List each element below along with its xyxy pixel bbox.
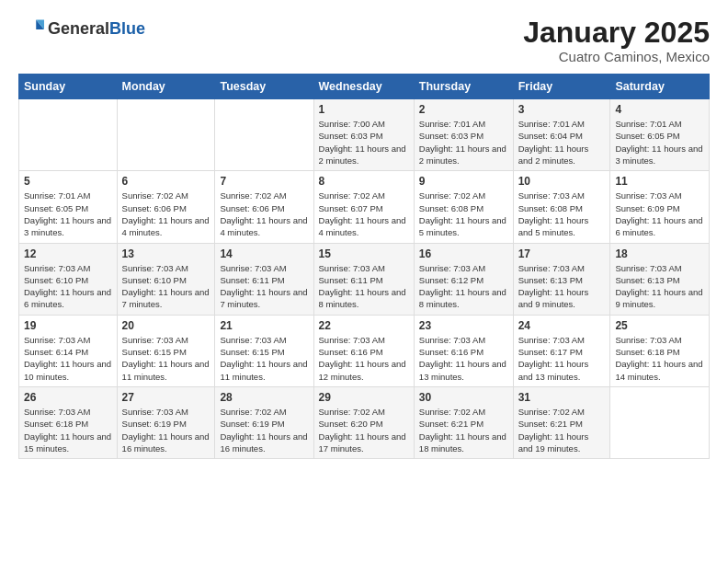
calendar-cell: 26Sunrise: 7:03 AM Sunset: 6:18 PM Dayli… (19, 386, 118, 458)
day-number: 26 (24, 391, 112, 404)
day-number: 13 (122, 247, 210, 260)
calendar-cell: 5Sunrise: 7:01 AM Sunset: 6:05 PM Daylig… (19, 171, 118, 243)
calendar-cell: 10Sunrise: 7:03 AM Sunset: 6:08 PM Dayli… (513, 171, 610, 243)
day-info: Sunrise: 7:02 AM Sunset: 6:06 PM Dayligh… (122, 190, 210, 238)
day-info: Sunrise: 7:03 AM Sunset: 6:10 PM Dayligh… (122, 262, 210, 311)
header-thursday: Thursday (414, 75, 513, 99)
day-number: 1 (319, 103, 409, 116)
day-info: Sunrise: 7:03 AM Sunset: 6:16 PM Dayligh… (319, 334, 409, 383)
day-number: 25 (615, 319, 704, 332)
day-number: 24 (518, 319, 606, 332)
calendar-table: Sunday Monday Tuesday Wednesday Thursday… (18, 74, 710, 459)
day-info: Sunrise: 7:02 AM Sunset: 6:19 PM Dayligh… (220, 406, 308, 454)
calendar-cell (117, 99, 215, 171)
day-info: Sunrise: 7:03 AM Sunset: 6:13 PM Dayligh… (615, 262, 704, 311)
day-number: 18 (615, 247, 704, 260)
calendar-cell: 11Sunrise: 7:03 AM Sunset: 6:09 PM Dayli… (610, 171, 710, 243)
day-number: 30 (419, 391, 508, 404)
header-tuesday: Tuesday (215, 75, 313, 99)
day-info: Sunrise: 7:03 AM Sunset: 6:18 PM Dayligh… (24, 406, 112, 454)
day-number: 27 (122, 391, 210, 404)
day-info: Sunrise: 7:03 AM Sunset: 6:11 PM Dayligh… (220, 262, 308, 311)
calendar-week-3: 12Sunrise: 7:03 AM Sunset: 6:10 PM Dayli… (19, 243, 710, 315)
day-number: 31 (518, 391, 606, 404)
calendar-week-4: 19Sunrise: 7:03 AM Sunset: 6:14 PM Dayli… (19, 315, 710, 386)
day-number: 5 (24, 175, 112, 188)
day-number: 19 (24, 319, 112, 332)
day-info: Sunrise: 7:03 AM Sunset: 6:10 PM Dayligh… (24, 262, 112, 311)
calendar-week-2: 5Sunrise: 7:01 AM Sunset: 6:05 PM Daylig… (19, 171, 710, 243)
day-number: 3 (518, 103, 606, 116)
calendar-cell: 23Sunrise: 7:03 AM Sunset: 6:16 PM Dayli… (414, 315, 513, 386)
calendar-cell: 6Sunrise: 7:02 AM Sunset: 6:06 PM Daylig… (117, 171, 215, 243)
day-number: 7 (220, 175, 308, 188)
day-info: Sunrise: 7:01 AM Sunset: 6:05 PM Dayligh… (24, 190, 112, 238)
day-number: 9 (419, 175, 508, 188)
day-info: Sunrise: 7:01 AM Sunset: 6:05 PM Dayligh… (615, 118, 704, 167)
logo-icon (18, 17, 44, 42)
calendar-week-1: 1Sunrise: 7:00 AM Sunset: 6:03 PM Daylig… (19, 99, 710, 171)
header-sunday: Sunday (19, 75, 118, 99)
calendar-cell: 25Sunrise: 7:03 AM Sunset: 6:18 PM Dayli… (610, 315, 710, 386)
calendar-cell: 4Sunrise: 7:01 AM Sunset: 6:05 PM Daylig… (610, 99, 710, 171)
day-number: 20 (122, 319, 210, 332)
day-number: 17 (518, 247, 606, 260)
day-number: 21 (220, 319, 308, 332)
day-number: 4 (615, 103, 704, 116)
day-info: Sunrise: 7:01 AM Sunset: 6:04 PM Dayligh… (518, 118, 606, 167)
day-info: Sunrise: 7:03 AM Sunset: 6:13 PM Dayligh… (518, 262, 606, 311)
calendar-cell: 29Sunrise: 7:02 AM Sunset: 6:20 PM Dayli… (313, 386, 414, 458)
day-info: Sunrise: 7:02 AM Sunset: 6:20 PM Dayligh… (319, 406, 409, 454)
day-info: Sunrise: 7:03 AM Sunset: 6:08 PM Dayligh… (518, 190, 606, 238)
calendar-cell: 1Sunrise: 7:00 AM Sunset: 6:03 PM Daylig… (313, 99, 414, 171)
calendar-cell: 15Sunrise: 7:03 AM Sunset: 6:11 PM Dayli… (313, 243, 414, 315)
calendar-cell: 16Sunrise: 7:03 AM Sunset: 6:12 PM Dayli… (414, 243, 513, 315)
day-info: Sunrise: 7:03 AM Sunset: 6:16 PM Dayligh… (419, 334, 508, 383)
day-number: 28 (220, 391, 308, 404)
calendar-cell: 20Sunrise: 7:03 AM Sunset: 6:15 PM Dayli… (117, 315, 215, 386)
day-info: Sunrise: 7:03 AM Sunset: 6:18 PM Dayligh… (615, 334, 704, 383)
calendar-cell: 7Sunrise: 7:02 AM Sunset: 6:06 PM Daylig… (215, 171, 313, 243)
header: GeneralBlue January 2025 Cuatro Caminos,… (18, 17, 710, 64)
calendar-cell: 17Sunrise: 7:03 AM Sunset: 6:13 PM Dayli… (513, 243, 610, 315)
day-info: Sunrise: 7:03 AM Sunset: 6:09 PM Dayligh… (615, 190, 704, 238)
header-friday: Friday (513, 75, 610, 99)
calendar-cell: 2Sunrise: 7:01 AM Sunset: 6:03 PM Daylig… (414, 99, 513, 171)
day-number: 11 (615, 175, 704, 188)
calendar-cell (19, 99, 118, 171)
day-info: Sunrise: 7:03 AM Sunset: 6:12 PM Dayligh… (419, 262, 508, 311)
calendar-cell: 12Sunrise: 7:03 AM Sunset: 6:10 PM Dayli… (19, 243, 118, 315)
day-number: 8 (319, 175, 409, 188)
day-info: Sunrise: 7:02 AM Sunset: 6:21 PM Dayligh… (518, 406, 606, 454)
day-info: Sunrise: 7:03 AM Sunset: 6:15 PM Dayligh… (122, 334, 210, 383)
calendar-cell: 31Sunrise: 7:02 AM Sunset: 6:21 PM Dayli… (513, 386, 610, 458)
calendar-cell: 14Sunrise: 7:03 AM Sunset: 6:11 PM Dayli… (215, 243, 313, 315)
day-info: Sunrise: 7:03 AM Sunset: 6:11 PM Dayligh… (319, 262, 409, 311)
day-info: Sunrise: 7:03 AM Sunset: 6:14 PM Dayligh… (24, 334, 112, 383)
header-saturday: Saturday (610, 75, 710, 99)
day-info: Sunrise: 7:02 AM Sunset: 6:06 PM Dayligh… (220, 190, 308, 238)
day-info: Sunrise: 7:03 AM Sunset: 6:19 PM Dayligh… (122, 406, 210, 454)
day-number: 12 (24, 247, 112, 260)
calendar-cell: 28Sunrise: 7:02 AM Sunset: 6:19 PM Dayli… (215, 386, 313, 458)
day-info: Sunrise: 7:03 AM Sunset: 6:15 PM Dayligh… (220, 334, 308, 383)
day-number: 10 (518, 175, 606, 188)
calendar-cell: 30Sunrise: 7:02 AM Sunset: 6:21 PM Dayli… (414, 386, 513, 458)
logo-blue: Blue (109, 19, 145, 38)
day-info: Sunrise: 7:02 AM Sunset: 6:07 PM Dayligh… (319, 190, 409, 238)
day-number: 29 (319, 391, 409, 404)
logo-text: GeneralBlue (48, 20, 145, 39)
calendar-cell: 9Sunrise: 7:02 AM Sunset: 6:08 PM Daylig… (414, 171, 513, 243)
day-info: Sunrise: 7:00 AM Sunset: 6:03 PM Dayligh… (319, 118, 409, 167)
calendar-cell: 19Sunrise: 7:03 AM Sunset: 6:14 PM Dayli… (19, 315, 118, 386)
day-number: 15 (319, 247, 409, 260)
calendar-cell: 22Sunrise: 7:03 AM Sunset: 6:16 PM Dayli… (313, 315, 414, 386)
calendar-cell (215, 99, 313, 171)
day-info: Sunrise: 7:01 AM Sunset: 6:03 PM Dayligh… (419, 118, 508, 167)
calendar-cell (610, 386, 710, 458)
page: GeneralBlue January 2025 Cuatro Caminos,… (0, 0, 728, 563)
month-title: January 2025 (523, 17, 710, 49)
calendar-cell: 24Sunrise: 7:03 AM Sunset: 6:17 PM Dayli… (513, 315, 610, 386)
day-info: Sunrise: 7:02 AM Sunset: 6:08 PM Dayligh… (419, 190, 508, 238)
calendar-cell: 13Sunrise: 7:03 AM Sunset: 6:10 PM Dayli… (117, 243, 215, 315)
